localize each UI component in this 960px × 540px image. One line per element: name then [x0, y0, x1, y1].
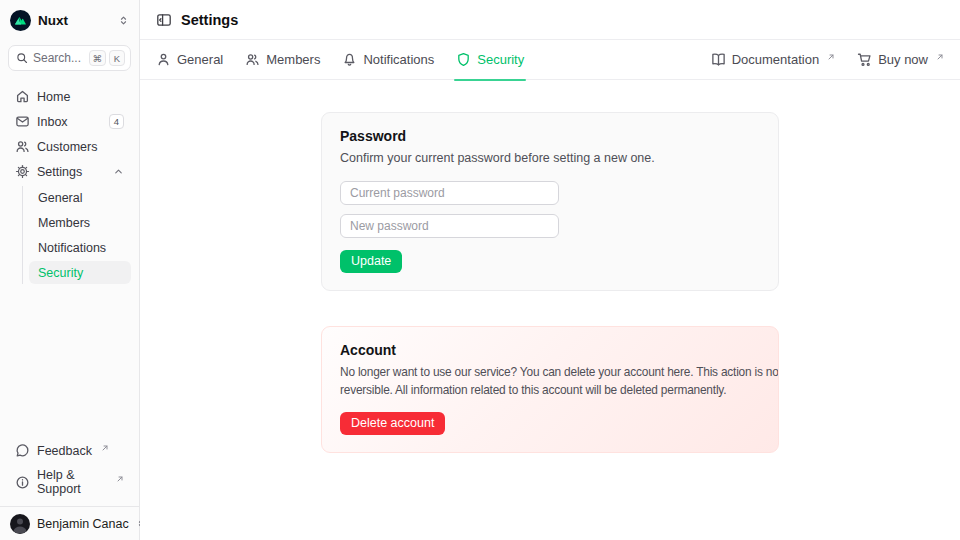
external-link-icon — [116, 475, 124, 483]
sidebar-item-label: Customers — [37, 140, 97, 154]
inbox-count-badge: 4 — [109, 114, 124, 129]
page-title: Settings — [181, 12, 238, 28]
external-link-icon — [101, 444, 109, 452]
tab-label: Members — [266, 52, 320, 67]
footer-item-label: Help & Support — [37, 468, 107, 496]
users-icon — [245, 52, 260, 67]
account-card: Account No longer want to use our servic… — [321, 326, 779, 453]
sidebar-item-notifications[interactable]: Notifications — [29, 236, 131, 259]
update-password-button[interactable]: Update — [340, 250, 402, 273]
workspace-selector[interactable]: Nuxt — [0, 0, 139, 40]
external-link-icon — [827, 53, 835, 61]
user-menu[interactable]: Benjamin Canac — [0, 506, 139, 540]
account-card-title: Account — [340, 342, 760, 358]
search-shortcut: ⌘ K — [89, 50, 126, 66]
sidebar-item-settings[interactable]: Settings — [8, 160, 131, 183]
avatar — [10, 514, 30, 534]
account-description-line: No longer want to use our service? You c… — [340, 363, 760, 381]
user-name: Benjamin Canac — [37, 517, 129, 531]
settings-subnav: General Members Notifications Security — [22, 186, 131, 284]
account-card-description: No longer want to use our service? You c… — [340, 363, 760, 400]
workspace-name: Nuxt — [38, 13, 68, 28]
current-password-input[interactable] — [340, 181, 559, 205]
sidebar-item-general[interactable]: General — [29, 186, 131, 209]
main-area: Settings General Members — [140, 0, 960, 540]
action-label: Buy now — [878, 52, 928, 67]
kbd-k: K — [109, 50, 125, 66]
password-card-description: Confirm your current password before set… — [340, 149, 760, 168]
tab-general[interactable]: General — [156, 40, 223, 80]
account-description-line: reversible. All information related to t… — [340, 381, 760, 399]
settings-tab-bar: General Members Notifications — [140, 40, 960, 80]
sidebar-item-inbox[interactable]: Inbox 4 — [8, 110, 131, 133]
sidebar-item-label: Settings — [37, 165, 82, 179]
sidebar-item-security[interactable]: Security — [29, 261, 131, 284]
settings-security-content: Password Confirm your current password b… — [140, 80, 960, 540]
password-card-title: Password — [340, 128, 760, 144]
sidebar-item-members[interactable]: Members — [29, 211, 131, 234]
sidebar-item-customers[interactable]: Customers — [8, 135, 131, 158]
sidebar-collapse-icon[interactable] — [156, 12, 172, 28]
help-support-link[interactable]: Help & Support — [8, 464, 131, 500]
search-input[interactable]: Search... ⌘ K — [8, 45, 131, 71]
message-bubble-icon — [15, 443, 30, 458]
home-icon — [15, 89, 30, 104]
sidebar-footer: Feedback Help & Support — [0, 433, 139, 506]
shopping-cart-icon — [857, 52, 872, 67]
sidebar-item-label: Inbox — [37, 115, 68, 129]
chevron-up-down-icon — [118, 15, 129, 26]
password-card: Password Confirm your current password b… — [321, 112, 779, 291]
customers-icon — [15, 139, 30, 154]
footer-item-label: Feedback — [37, 444, 92, 458]
tab-label: Security — [477, 52, 524, 67]
sidebar: Nuxt Search... ⌘ K Home — [0, 0, 140, 540]
kbd-meta: ⌘ — [89, 50, 107, 66]
action-label: Documentation — [732, 52, 819, 67]
sidebar-nav: Home Inbox 4 Customers — [0, 79, 139, 290]
info-circle-icon — [15, 475, 30, 490]
bell-icon — [342, 52, 357, 67]
page-header: Settings — [140, 0, 960, 40]
user-icon — [156, 52, 171, 67]
nuxt-logo-icon — [10, 10, 31, 31]
tab-security[interactable]: Security — [456, 40, 524, 80]
documentation-link[interactable]: Documentation — [711, 52, 835, 67]
buy-now-link[interactable]: Buy now — [857, 52, 944, 67]
password-form: Update — [340, 181, 760, 273]
tab-members[interactable]: Members — [245, 40, 320, 80]
book-open-icon — [711, 52, 726, 67]
tab-label: General — [177, 52, 223, 67]
gear-icon — [15, 164, 30, 179]
chevron-up-icon — [113, 166, 124, 177]
tab-label: Notifications — [363, 52, 434, 67]
tab-notifications[interactable]: Notifications — [342, 40, 434, 80]
sidebar-item-home[interactable]: Home — [8, 85, 131, 108]
shield-icon — [456, 52, 471, 67]
delete-account-button[interactable]: Delete account — [340, 412, 445, 435]
external-link-icon — [936, 53, 944, 61]
search-placeholder: Search... — [33, 51, 84, 65]
feedback-link[interactable]: Feedback — [8, 439, 131, 462]
sidebar-item-label: Home — [37, 90, 70, 104]
inbox-icon — [15, 114, 30, 129]
search-icon — [16, 52, 28, 64]
new-password-input[interactable] — [340, 214, 559, 238]
